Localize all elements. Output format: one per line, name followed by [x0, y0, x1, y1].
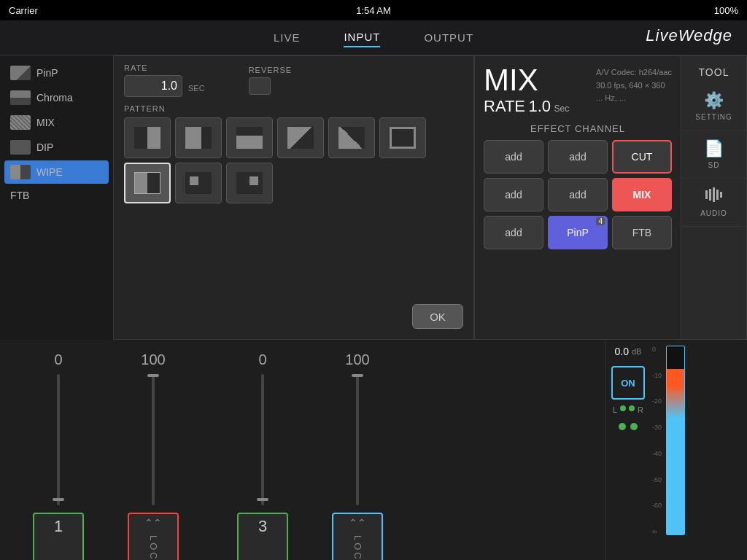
ch4-value: 100 — [345, 351, 369, 368]
lr-labels: L R — [613, 405, 643, 414]
tool-audio[interactable]: AUDIO — [681, 179, 746, 227]
vu-right: 0 -10 -20 -30 -40 -50 -60 ∞ — [651, 346, 685, 554]
eff-ftb[interactable]: FTB — [612, 216, 672, 249]
pattern-btn-6[interactable] — [379, 117, 426, 158]
sidebar-item-ftb[interactable]: FTB — [4, 185, 109, 206]
status-bar: Carrier 1:54 AM 100% — [0, 0, 747, 20]
svg-rect-4 — [720, 192, 722, 198]
sidebar-item-wipe[interactable]: WIPE — [4, 160, 109, 184]
gear-icon: ⚙️ — [704, 91, 724, 110]
faders-section: 0 1 100 ⌃⌃ LOCK 2 — [0, 340, 605, 560]
pattern-btn-7[interactable] — [124, 163, 171, 203]
carrier-label: Carrier — [9, 5, 38, 16]
channel-box-1[interactable]: 1 — [33, 513, 84, 560]
vu-scale: 0 -10 -20 -30 -40 -50 -60 ∞ — [651, 346, 663, 535]
pattern-btn-2[interactable] — [175, 117, 222, 158]
db-value: 0.0 — [615, 346, 629, 357]
chroma-label: Chroma — [36, 92, 73, 104]
dot-right — [630, 423, 638, 430]
ftb-label: FTB — [10, 190, 29, 201]
audio-label: AUDIO — [700, 209, 727, 217]
sd-icon: 📄 — [704, 139, 724, 158]
fader-track-2[interactable] — [152, 374, 155, 505]
fader-handle-3[interactable] — [257, 498, 268, 501]
mix-rate-label: RATE — [484, 97, 525, 115]
tool-setting[interactable]: ⚙️ SETTING — [681, 82, 746, 131]
reverse-checkbox[interactable] — [249, 77, 271, 95]
dot-left — [619, 423, 626, 430]
mix-rate: RATE 1.0 Sec — [484, 97, 569, 116]
pattern-btn-8[interactable] — [175, 163, 222, 203]
channel-box-4[interactable]: ⌃⌃ LOCK 4 — [332, 513, 383, 560]
audio-section: 0.0 dB ON L R 0 -10 — [605, 340, 747, 560]
r-label: R — [638, 405, 643, 414]
vu-db-display: 0.0 dB — [615, 346, 642, 357]
tool-section: TOOL ⚙️ SETTING 📄 SD AUDIO — [681, 56, 746, 339]
lock-text-2: LOCK — [148, 535, 159, 560]
eff-add3[interactable]: add — [484, 178, 543, 211]
r-dot — [629, 405, 635, 411]
fader-group-2: 100 ⌃⌃ LOCK 2 — [109, 351, 197, 560]
audio-icon — [704, 187, 724, 206]
mix-title: MIX — [484, 65, 569, 96]
pattern-btn-5[interactable] — [328, 117, 375, 158]
pattern-btn-3[interactable] — [226, 117, 273, 158]
tab-output[interactable]: OUTPUT — [424, 28, 473, 47]
pattern-label: PATTERN — [124, 104, 463, 113]
tool-sd[interactable]: 📄 SD — [681, 131, 746, 179]
mix-icon — [10, 115, 31, 130]
effects-sidebar: PinP Chroma MIX DIP WIPE FTB — [0, 55, 113, 340]
svg-rect-3 — [716, 190, 719, 200]
rate-label: RATE — [124, 63, 205, 72]
fader-handle-2[interactable] — [147, 374, 159, 377]
dip-label: DIP — [36, 141, 53, 153]
tab-live[interactable]: LIVE — [274, 28, 301, 47]
eff-add2[interactable]: add — [548, 140, 608, 174]
lock-chevron-4: ⌃⌃ — [349, 517, 366, 529]
pattern-btn-4[interactable] — [277, 117, 324, 158]
eff-add4[interactable]: add — [548, 178, 608, 211]
sidebar-item-pinp[interactable]: PinP — [4, 61, 109, 85]
eff-mix[interactable]: MIX — [612, 178, 672, 211]
ok-button[interactable]: OK — [412, 304, 463, 329]
sidebar-item-dip[interactable]: DIP — [4, 136, 109, 159]
lock-text-4: LOCK — [352, 535, 363, 560]
fader-track-4[interactable] — [356, 374, 359, 505]
eff-cut[interactable]: CUT — [612, 140, 672, 174]
sidebar-item-mix[interactable]: MIX — [4, 111, 109, 134]
fader-track-1[interactable] — [57, 374, 60, 505]
mix-rate-suffix: Sec — [554, 104, 570, 114]
mix-label: MIX — [36, 117, 55, 128]
vu-meter-area: 0.0 dB ON L R 0 -10 — [611, 346, 741, 554]
eff-add5[interactable]: add — [484, 216, 543, 249]
mix-section: MIX RATE 1.0 Sec A/V Codec: h264/aac 30.… — [475, 56, 681, 339]
pattern-btn-1[interactable] — [124, 117, 171, 158]
battery-label: 100% — [714, 5, 738, 16]
ch1-number: 1 — [54, 517, 63, 536]
fader-handle-1[interactable] — [53, 498, 64, 501]
vu-bar — [666, 346, 685, 535]
tab-input[interactable]: INPUT — [344, 28, 380, 47]
l-label: L — [613, 405, 617, 414]
fader-track-3[interactable] — [261, 374, 264, 505]
channel-box-2[interactable]: ⌃⌃ LOCK 2 — [128, 513, 179, 560]
channel-box-3[interactable]: 3 — [237, 513, 288, 560]
on-button[interactable]: ON — [611, 366, 645, 400]
svg-rect-2 — [713, 187, 715, 202]
fader-handle-4[interactable] — [352, 374, 363, 377]
svg-rect-1 — [709, 189, 711, 201]
mix-rate-value: 1.0 — [529, 97, 551, 115]
eff-pinp[interactable]: PinP 4 — [548, 216, 608, 249]
controls-area: RATE 1.0 SEC REVERSE PATTERN — [113, 55, 474, 340]
reverse-label: REVERSE — [249, 66, 293, 74]
chroma-icon — [10, 90, 31, 105]
vu-bar-fill — [667, 369, 684, 534]
rate-input[interactable]: 1.0 — [124, 75, 182, 97]
ch2-value: 100 — [141, 351, 165, 368]
sidebar-item-chroma[interactable]: Chroma — [4, 86, 109, 109]
eff-add1[interactable]: add — [484, 140, 543, 174]
pattern-row-2 — [124, 163, 463, 203]
pattern-btn-9[interactable] — [226, 163, 273, 203]
fader-group-3: 0 3 — [219, 351, 306, 560]
sec-label: SEC — [188, 84, 205, 93]
